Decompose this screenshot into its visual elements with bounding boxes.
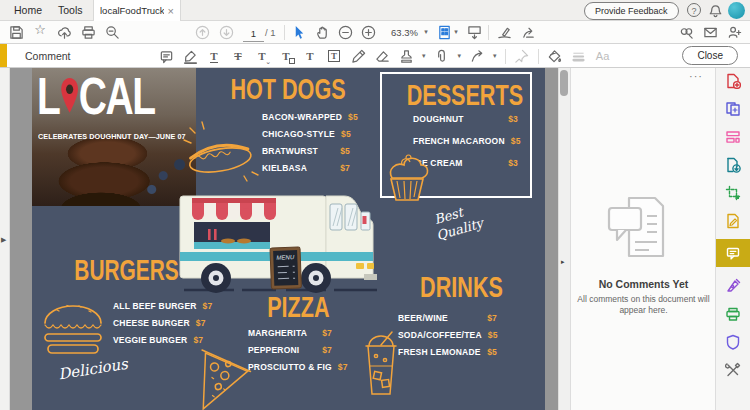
previous-page-button[interactable] — [194, 24, 210, 40]
highlight-button[interactable] — [182, 48, 198, 64]
zoom-level-value[interactable]: 63.3% — [382, 27, 418, 38]
share-cloud-button[interactable] — [56, 24, 72, 40]
tab-tools[interactable]: Tools — [52, 0, 89, 21]
comments-panel: ··· No Comments Yet All comments on this… — [570, 68, 715, 410]
edit-pdf-button[interactable] — [716, 183, 750, 202]
close-comment-button[interactable]: Close — [682, 46, 738, 65]
help-button[interactable]: ? — [687, 3, 701, 17]
erase-button[interactable] — [374, 48, 390, 64]
email-button[interactable] — [702, 24, 718, 40]
brand-letters-cal: CAL — [79, 72, 155, 120]
create-pdf-button[interactable] — [716, 71, 750, 90]
menu-item: VEGGIE BURGER$7 — [113, 335, 193, 345]
strikethrough-text-button[interactable]: T — [230, 48, 246, 64]
no-comments-icon — [605, 194, 683, 264]
fit-width-button[interactable] — [466, 24, 482, 40]
chevron-down-icon[interactable]: ▾ — [422, 52, 426, 60]
section-title-drinks: DRINKS — [404, 270, 514, 304]
expand-left-panel-icon[interactable]: ▶ — [1, 236, 6, 244]
organize-pages-button[interactable] — [716, 127, 750, 146]
next-page-button[interactable] — [218, 24, 234, 40]
empty-title: No Comments Yet — [571, 278, 716, 290]
keep-tool-selected-button[interactable] — [514, 48, 530, 64]
notifications-button[interactable] — [707, 3, 723, 19]
scrollbar-thumb[interactable] — [560, 70, 568, 96]
link-button[interactable] — [678, 24, 694, 40]
menu-item: BACON-WRAPPED$5 — [262, 112, 350, 122]
hand-tool-button[interactable] — [314, 24, 330, 40]
draw-button[interactable] — [350, 48, 366, 64]
prepare-form-button[interactable] — [716, 211, 750, 230]
collapse-panel-icon[interactable]: ▸ — [561, 258, 565, 266]
chevron-down-icon[interactable]: ▾ — [458, 52, 462, 60]
zoom-out-tool-button[interactable] — [104, 24, 120, 40]
section-title-hot-dogs: HOT DOGS — [208, 72, 334, 106]
best-quality-note: BestQuality — [417, 200, 485, 248]
hot-dog-doodle-icon — [178, 118, 262, 182]
print-button[interactable] — [80, 24, 96, 40]
zoom-out-button[interactable] — [337, 24, 353, 40]
comment-toolbar-title: Comment — [25, 50, 71, 62]
comments-empty-state: No Comments Yet All comments on this doc… — [571, 194, 716, 316]
eraser-icon — [375, 49, 390, 64]
add-text-button[interactable]: T — [302, 48, 318, 64]
vertical-scrollbar[interactable]: ▸ — [558, 68, 570, 410]
highlighter-icon — [183, 49, 198, 64]
tab-document[interactable]: localFoodTruckm... × — [93, 0, 181, 21]
insert-text-button[interactable]: T⌄ — [254, 48, 270, 64]
export-pdf-button[interactable] — [716, 155, 750, 174]
document-tab-label: localFoodTruckm... — [100, 5, 164, 16]
combine-files-icon — [725, 101, 741, 117]
page-view-icon — [437, 25, 452, 40]
stamp-button[interactable] — [398, 48, 414, 64]
cloud-upload-icon — [57, 25, 72, 40]
more-tools-button[interactable] — [716, 360, 750, 379]
page-number-input[interactable] — [243, 25, 264, 42]
line-weight-button[interactable] — [571, 48, 587, 64]
text-box-icon: T — [328, 50, 340, 62]
attach-file-button[interactable] — [434, 48, 450, 64]
main-area: ▶ L CAL CELEBRATES DOUGHNUT DAY—JUNE 07 … — [0, 68, 750, 410]
avatar[interactable] — [728, 2, 745, 19]
menu-item: PEPPERONI$7 — [248, 345, 332, 355]
document-viewer: L CAL CELEBRATES DOUGHNUT DAY—JUNE 07 HO… — [10, 68, 558, 410]
add-people-button[interactable] — [726, 24, 742, 40]
stamp-icon — [399, 49, 414, 64]
scan-ocr-button[interactable] — [716, 304, 750, 323]
zoom-dropdown-button[interactable]: ▾ — [422, 24, 430, 40]
text-properties-button[interactable]: Aa — [595, 48, 611, 64]
underline-text-button[interactable]: T — [206, 48, 222, 64]
replace-text-button[interactable]: T — [278, 48, 294, 64]
pdf-page[interactable]: L CAL CELEBRATES DOUGHNUT DAY—JUNE 07 HO… — [32, 68, 545, 410]
bell-icon — [708, 4, 723, 19]
page-display-dropdown[interactable]: ▾ — [452, 24, 460, 40]
comment-tool-button[interactable] — [716, 239, 750, 267]
save-button[interactable] — [8, 24, 24, 40]
send-button[interactable] — [520, 24, 536, 40]
protect-pdf-button[interactable] — [716, 332, 750, 351]
tab-home[interactable]: Home — [8, 0, 48, 21]
sign-button[interactable] — [496, 24, 512, 40]
empty-subtitle: All comments on this document willappear… — [571, 294, 716, 316]
select-tool-button[interactable] — [291, 24, 307, 40]
envelope-icon — [703, 25, 718, 40]
text-box-button[interactable]: T — [326, 48, 342, 64]
sticky-note-button[interactable] — [158, 48, 174, 64]
color-picker-button[interactable] — [547, 48, 563, 64]
star-button[interactable]: ☆ — [32, 22, 48, 38]
arrow-shape-icon — [470, 49, 485, 64]
panel-options-button[interactable]: ··· — [689, 70, 703, 82]
form-doc-icon — [725, 213, 741, 229]
zoom-in-button[interactable] — [360, 24, 376, 40]
page-display-button[interactable] — [436, 24, 452, 40]
star-icon: ☆ — [34, 22, 46, 38]
chevron-down-icon[interactable]: ▾ — [493, 52, 497, 60]
paint-bucket-icon — [547, 49, 562, 64]
close-tab-icon[interactable]: × — [168, 5, 174, 17]
provide-feedback-button[interactable]: Provide Feedback — [584, 2, 679, 20]
left-panel-strip[interactable]: ▶ — [0, 68, 10, 410]
brand-logo: L CAL — [37, 72, 154, 120]
combine-files-button[interactable] — [716, 99, 750, 118]
fill-sign-button[interactable] — [716, 276, 750, 295]
drawing-tools-button[interactable] — [469, 48, 485, 64]
